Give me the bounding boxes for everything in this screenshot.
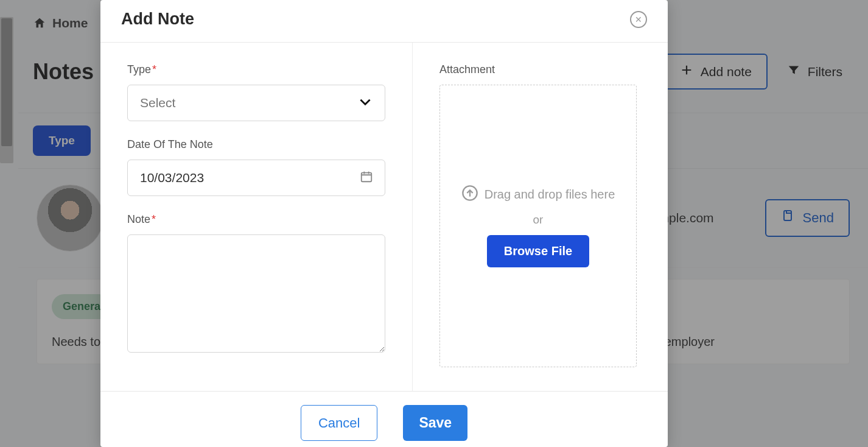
attachment-label: Attachment [439,63,641,76]
modal-title: Add Note [121,10,194,29]
browse-file-button[interactable]: Browse File [487,235,589,267]
note-label: Note* [127,213,385,226]
dropzone-text: Drag and drop files here [485,188,615,202]
upload-icon [461,185,478,205]
date-label: Date Of The Note [127,138,385,151]
save-button[interactable]: Save [403,405,467,441]
cancel-button[interactable]: Cancel [301,405,377,441]
dropzone-hint: Drag and drop files here [461,185,615,205]
modal-left-column: Type* Date Of The Note Note* [100,43,413,391]
close-button[interactable]: ✕ [630,11,647,28]
note-textarea[interactable] [127,234,385,353]
type-select[interactable] [127,85,385,121]
close-icon: ✕ [635,15,642,24]
type-select-wrap [127,85,385,121]
type-label: Type* [127,63,385,76]
modal-right-column: Attachment Drag and drop files here or B… [413,43,668,391]
dropzone-or: or [533,213,544,227]
date-input[interactable] [127,160,385,196]
date-input-wrap [127,160,385,196]
add-note-modal: Add Note ✕ Type* Date Of The Note [100,0,668,447]
modal-footer: Cancel Save [100,391,668,447]
modal-body: Type* Date Of The Note Note* Attac [100,43,668,391]
modal-header: Add Note ✕ [100,0,668,43]
attachment-dropzone[interactable]: Drag and drop files here or Browse File [439,85,637,367]
